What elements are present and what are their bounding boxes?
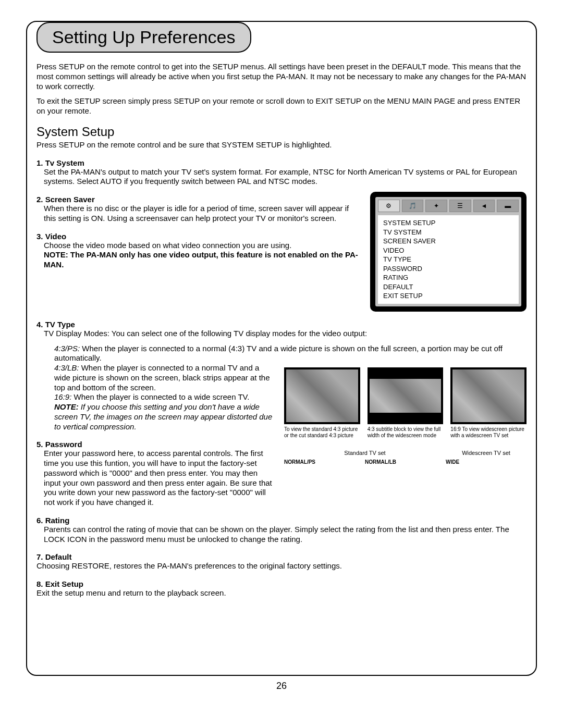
tv-gallery: To view the standard 4:3 picture or the … bbox=[284, 367, 527, 439]
item-3-text: Choose the video mode based on what vide… bbox=[44, 241, 362, 270]
intro-paragraph-2: To exit the SETUP screen simply press SE… bbox=[36, 96, 527, 116]
tv-figure-ps bbox=[284, 367, 360, 424]
setup-tab-icon: ☰ bbox=[449, 200, 471, 212]
menu-item: SYSTEM SETUP bbox=[383, 218, 513, 228]
tv-figure-wide bbox=[450, 367, 527, 424]
setup-tab-icon: ⚙ bbox=[378, 200, 400, 212]
item-8-heading: 8. Exit Setup bbox=[36, 579, 527, 588]
tv-caption-2: 4:3 subtitle block to view the full widt… bbox=[368, 426, 444, 439]
bracket-label-std: Standard TV set bbox=[284, 450, 446, 456]
page-number: 26 bbox=[0, 681, 563, 692]
tv-mode-ws: 16:9: When the player is connected to a … bbox=[54, 392, 276, 402]
item-5-heading: 5. Password bbox=[36, 440, 276, 449]
item-6-heading: 6. Rating bbox=[36, 516, 527, 525]
page-title: Setting Up Preferences bbox=[36, 22, 251, 53]
bracket-label-wide: Widescreen TV set bbox=[446, 450, 527, 456]
mode-label-lb: NORMAL/LB bbox=[365, 459, 446, 465]
setup-tab-icon: ▬ bbox=[497, 200, 519, 212]
tv-mode-note: NOTE: If you choose this setting and you… bbox=[54, 402, 276, 431]
tv-mode-ps: 4:3/PS: When the player is connected to … bbox=[54, 344, 527, 364]
tv-caption-3: 16:9 To view widescreen picture with a w… bbox=[450, 426, 527, 439]
item-1-text: Set the PA-MAN's output to match your TV… bbox=[44, 167, 527, 187]
setup-tab-icon: ✦ bbox=[425, 200, 447, 212]
section-heading: System Setup bbox=[36, 125, 527, 139]
item-5-text: Enter your password here, to access pare… bbox=[44, 449, 276, 508]
mode-label-wide: WIDE bbox=[446, 459, 527, 465]
menu-item: EXIT SETUP bbox=[383, 291, 513, 301]
item-7-text: Choosing RESTORE, restores the PA-MAN's … bbox=[36, 561, 527, 571]
intro-paragraph-1: Press SETUP on the remote control to get… bbox=[36, 62, 527, 91]
tv-mode-note-label: NOTE: bbox=[54, 402, 79, 411]
menu-item: TV TYPE bbox=[383, 255, 513, 264]
item-2-heading: 2. Screen Saver bbox=[36, 195, 362, 204]
tv-mode-ps-text: When the player is connected to a normal… bbox=[54, 344, 503, 363]
setup-tab-icon: ◄ bbox=[473, 200, 495, 212]
item-1-heading: 1. Tv System bbox=[36, 158, 527, 167]
mode-label-ps: NORMAL/PS bbox=[284, 459, 365, 465]
menu-item: VIDEO bbox=[383, 246, 513, 255]
menu-item: TV SYSTEM bbox=[383, 228, 513, 237]
menu-item: RATING bbox=[383, 273, 513, 282]
menu-item: PASSWORD bbox=[383, 264, 513, 274]
item-4-text: TV Display Modes: You can select one of … bbox=[44, 329, 527, 339]
item-3-note: NOTE: The PA-MAN only has one video outp… bbox=[44, 250, 358, 269]
menu-item: DEFAULT bbox=[383, 282, 513, 292]
tv-mode-note-text: If you choose this setting and you don't… bbox=[54, 402, 272, 431]
item-6-text: Parents can control the rating of movie … bbox=[44, 525, 527, 545]
tv-mode-ws-label: 16:9: bbox=[54, 392, 71, 401]
setup-menu-list: SYSTEM SETUP TV SYSTEM SCREEN SAVER VIDE… bbox=[378, 215, 519, 304]
tv-figure-lb bbox=[368, 367, 444, 424]
item-3-heading: 3. Video bbox=[36, 232, 362, 241]
item-4-heading: 4. TV Type bbox=[36, 320, 527, 329]
tv-mode-ws-text: When the player is connected to a wide s… bbox=[71, 392, 249, 401]
setup-tab-icon: 🎵 bbox=[402, 200, 424, 212]
item-3-text-body: Choose the video mode based on what vide… bbox=[44, 241, 291, 250]
item-2-text: When there is no disc or the player is i… bbox=[44, 204, 362, 224]
menu-item: SCREEN SAVER bbox=[383, 237, 513, 246]
item-7-heading: 7. Default bbox=[36, 552, 527, 561]
item-8-text: Exit the setup menu and return to the pl… bbox=[36, 588, 527, 598]
section-text: Press SETUP on the remote control and be… bbox=[36, 140, 527, 150]
tv-mode-ps-label: 4:3/PS: bbox=[54, 344, 80, 353]
tv-mode-lb-text: When the player is connected to a normal… bbox=[54, 363, 270, 392]
setup-screen-figure: ⚙ 🎵 ✦ ☰ ◄ ▬ SYSTEM SETUP TV SYSTEM SCREE… bbox=[370, 192, 527, 312]
tv-mode-lb: 4:3/LB: When the player is connected to … bbox=[54, 363, 276, 392]
tv-caption-1: To view the standard 4:3 picture or the … bbox=[284, 426, 360, 439]
tv-mode-lb-label: 4:3/LB: bbox=[54, 363, 79, 372]
